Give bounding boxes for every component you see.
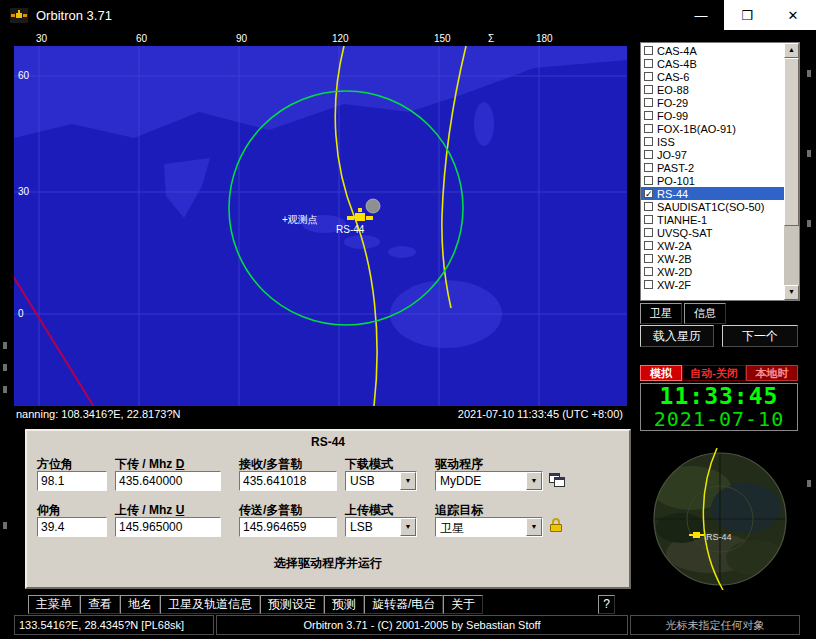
orbitron-window: Orbitron 3.71 — ❒ ✕ 306090120150Σ180 xyxy=(0,0,816,639)
world-map[interactable]: +观测点 RS-44 60300 xyxy=(14,46,627,406)
satellite-checkbox[interactable] xyxy=(644,85,653,94)
about-cell: Orbitron 3.71 - (C) 2001-2005 by Sebasti… xyxy=(216,615,628,635)
satellite-list-item[interactable]: TIANHE-1 xyxy=(641,213,785,226)
satellite-name: JO-97 xyxy=(657,149,687,161)
target-select[interactable]: 卫星 ▼ xyxy=(435,517,543,537)
satellite-checkbox[interactable] xyxy=(644,72,653,81)
satellite-list-item[interactable]: FOX-1B(AO-91) xyxy=(641,122,785,135)
menu-tab[interactable]: 预测设定 xyxy=(260,595,324,614)
satellite-name: FO-29 xyxy=(657,97,688,109)
satellite-checkbox[interactable] xyxy=(644,46,653,55)
satellite-list-item[interactable]: XW-2B xyxy=(641,252,785,265)
scrollbar-thumb[interactable] xyxy=(784,58,799,226)
close-button[interactable]: ✕ xyxy=(770,0,816,30)
menu-tab[interactable]: 关于 xyxy=(443,595,483,614)
menu-tab[interactable]: 旋转器/电台 xyxy=(364,595,443,614)
scroll-down-icon[interactable]: ▼ xyxy=(784,285,799,300)
run-driver-icon[interactable] xyxy=(549,473,565,487)
lon-label: 60 xyxy=(136,33,147,44)
scroll-up-icon[interactable]: ▲ xyxy=(784,43,799,58)
lon-label: 90 xyxy=(236,33,247,44)
satellite-list-item[interactable]: CAS-4A xyxy=(641,44,785,57)
chevron-down-icon[interactable]: ▼ xyxy=(526,472,542,490)
satellite-checkbox[interactable] xyxy=(644,59,653,68)
load-tle-button[interactable]: 载入星历 xyxy=(640,325,714,347)
satellite-checkbox[interactable]: ✓ xyxy=(644,189,653,198)
satellite-checkbox[interactable] xyxy=(644,124,653,133)
edge-artifact xyxy=(807,220,811,227)
satellite-list-item[interactable]: PAST-2 xyxy=(641,161,785,174)
tab-info[interactable]: 信息 xyxy=(684,303,726,324)
uplink-field[interactable] xyxy=(115,517,221,537)
tracked-satellite-title: RS-44 xyxy=(27,435,629,449)
satellite-list-item[interactable]: PO-101 xyxy=(641,174,785,187)
satellite-list-item[interactable]: CAS-6 xyxy=(641,70,785,83)
satellite-name: CAS-6 xyxy=(657,71,689,83)
satellite-list-item[interactable]: ✓RS-44 xyxy=(641,187,785,200)
satellite-list-item[interactable]: XW-2F xyxy=(641,278,785,291)
satellite-checkbox[interactable] xyxy=(644,176,653,185)
satellite-list-item[interactable]: FO-29 xyxy=(641,96,785,109)
maximize-button[interactable]: ❒ xyxy=(724,0,770,30)
observer-position-text: nanning: 108.3416?E, 22.8173?N xyxy=(16,406,181,422)
satellite-checkbox[interactable] xyxy=(644,202,653,211)
satellite-checkbox[interactable] xyxy=(644,215,653,224)
satellite-list-item[interactable]: EO-88 xyxy=(641,83,785,96)
list-scrollbar[interactable]: ▲ ▼ xyxy=(784,43,799,300)
satellite-checkbox[interactable] xyxy=(644,137,653,146)
satellite-list-item[interactable]: CAS-4B xyxy=(641,57,785,70)
menu-tab[interactable]: 查看 xyxy=(80,595,120,614)
satellite-list-item[interactable]: JO-97 xyxy=(641,148,785,161)
satellite-checkbox[interactable] xyxy=(644,111,653,120)
menu-tab[interactable]: 地名 xyxy=(120,595,160,614)
next-satellite-button[interactable]: 下一个 xyxy=(722,325,798,347)
rx-doppler-field[interactable] xyxy=(239,471,337,491)
chevron-down-icon[interactable]: ▼ xyxy=(526,518,542,536)
minimize-button[interactable]: — xyxy=(678,0,724,30)
satellite-checkbox[interactable] xyxy=(644,228,653,237)
chevron-down-icon[interactable]: ▼ xyxy=(400,472,416,490)
satellite-name: TIANHE-1 xyxy=(657,214,707,226)
ul-mode-select[interactable]: LSB ▼ xyxy=(345,517,417,537)
cursor-position-cell: 133.5416?E, 28.4345?N [PL68sk] xyxy=(14,615,214,635)
satellite-checkbox[interactable] xyxy=(644,267,653,276)
clock-date: 2021-07-10 xyxy=(641,409,797,430)
satellite-checkbox[interactable] xyxy=(644,280,653,289)
world-map-panel: 306090120150Σ180 xyxy=(14,33,627,422)
satellite-checkbox[interactable] xyxy=(644,241,653,250)
simulation-badge[interactable]: 模拟 xyxy=(640,365,682,381)
driver-hint-text: 选择驱动程序并运行 xyxy=(27,555,629,572)
satellite-list-item[interactable]: UVSQ-SAT xyxy=(641,226,785,239)
lock-icon[interactable] xyxy=(549,518,563,532)
tx-doppler-field[interactable] xyxy=(239,517,337,537)
downlink-field[interactable] xyxy=(115,471,221,491)
satellite-name: PO-101 xyxy=(657,175,695,187)
azimuth-field[interactable] xyxy=(37,471,107,491)
status-bar: 133.5416?E, 28.4345?N [PL68sk] Orbitron … xyxy=(0,615,816,635)
satellite-list-item[interactable]: FO-99 xyxy=(641,109,785,122)
dl-mode-select[interactable]: USB ▼ xyxy=(345,471,417,491)
satellite-list-item[interactable]: ISS xyxy=(641,135,785,148)
lon-label-row: 306090120150Σ180 xyxy=(14,33,627,46)
satellite-checkbox[interactable] xyxy=(644,163,653,172)
satellite-checkbox[interactable] xyxy=(644,254,653,263)
help-button[interactable]: ? xyxy=(598,595,615,614)
elevation-field[interactable] xyxy=(37,517,107,537)
driver-select[interactable]: MyDDE ▼ xyxy=(435,471,543,491)
satellite-checkbox[interactable] xyxy=(644,150,653,159)
chevron-down-icon[interactable]: ▼ xyxy=(400,518,416,536)
edge-artifact xyxy=(807,150,811,157)
satellite-list-item[interactable]: XW-2A xyxy=(641,239,785,252)
menu-tab[interactable]: 主菜单 xyxy=(28,595,80,614)
satellite-list-item[interactable]: XW-2D xyxy=(641,265,785,278)
satellite-checkbox[interactable] xyxy=(644,98,653,107)
satellite-name: EO-88 xyxy=(657,84,689,96)
auto-off-badge[interactable]: 自动-关闭 xyxy=(682,365,746,381)
menu-tab[interactable]: 预测 xyxy=(324,595,364,614)
list-tab-bar: 卫星 信息 xyxy=(640,303,726,324)
menu-tab[interactable]: 卫星及轨道信息 xyxy=(160,595,260,614)
lat-label: 0 xyxy=(18,308,24,319)
local-time-badge[interactable]: 本地时 xyxy=(746,365,798,381)
tab-satellites[interactable]: 卫星 xyxy=(640,303,682,324)
satellite-list-item[interactable]: SAUDISAT1C(SO-50) xyxy=(641,200,785,213)
